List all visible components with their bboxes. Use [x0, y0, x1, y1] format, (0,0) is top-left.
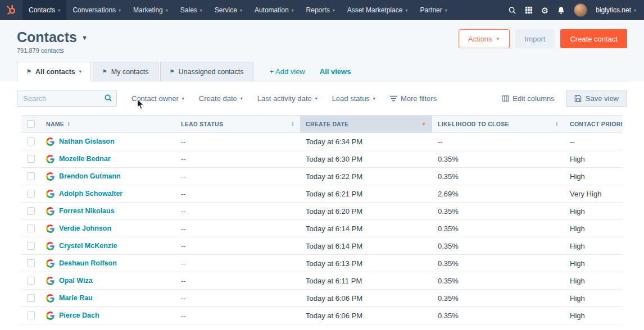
row-checkbox[interactable] [27, 224, 35, 232]
tab-unassigned-contacts[interactable]: ⚑ Unassigned contacts [160, 62, 253, 81]
select-all-checkbox[interactable] [27, 120, 35, 128]
priority-cell: High [564, 277, 623, 285]
priority-cell: High [564, 155, 623, 163]
nav-item-conversations[interactable]: Conversations ▾ [66, 0, 127, 20]
tab-label: All contacts [35, 68, 75, 76]
search-box [17, 90, 117, 107]
table-row[interactable]: Pierce Dach -- Today at 6:06 PM 0.35% Hi… [21, 307, 623, 324]
contact-name-link[interactable]: Pierce Dach [59, 311, 99, 319]
create-date-cell: Today at 6:30 PM [300, 155, 432, 163]
filter-lead-status[interactable]: Lead status ▾ [332, 94, 375, 103]
hubspot-sprocket-icon [6, 4, 17, 16]
nav-item-marketing[interactable]: Marketing ▾ [127, 0, 174, 20]
row-checkbox[interactable] [27, 294, 35, 302]
pin-icon: ⚑ [102, 68, 107, 75]
chevron-down-icon: ▾ [240, 8, 242, 13]
search-icon[interactable] [508, 6, 516, 15]
contact-name-cell: Crystel McKenzie [40, 242, 175, 250]
edit-columns-button[interactable]: Edit columns [502, 94, 554, 103]
row-checkbox[interactable] [27, 311, 35, 319]
table-row[interactable]: Brendon Gutmann -- Today at 6:22 PM 0.35… [21, 168, 623, 185]
hubspot-logo[interactable] [0, 0, 22, 20]
table-row[interactable]: Deshaun Rolfson -- Today at 6:13 PM 0.35… [21, 255, 623, 272]
contact-name-link[interactable]: Opal Wiza [59, 277, 93, 285]
contact-name-link[interactable]: Crystel McKenzie [59, 242, 117, 250]
table-row[interactable]: Marie Rau -- Today at 6:06 PM 0.35% High [21, 290, 623, 307]
row-checkbox[interactable] [27, 207, 35, 215]
chevron-down-icon: ▾ [241, 96, 243, 101]
contact-name-link[interactable]: Nathan Gislason [59, 138, 115, 145]
contact-name-link[interactable]: Marie Rau [59, 294, 93, 302]
contact-name-cell: Adolph Schowalter [40, 190, 175, 198]
nav-item-automation[interactable]: Automation ▾ [248, 0, 300, 20]
likelihood-cell: -- [432, 138, 564, 146]
filter-last-activity-date[interactable]: Last activity date ▾ [257, 94, 318, 103]
contact-name-link[interactable]: Verdie Johnson [59, 224, 111, 232]
table-row[interactable]: Crystel McKenzie -- Today at 6:14 PM 0.3… [21, 237, 623, 255]
column-header-name[interactable]: NAME ▲▼ [40, 116, 175, 132]
row-checkbox[interactable] [27, 155, 35, 163]
nav-item-reports[interactable]: Reports ▾ [300, 0, 341, 20]
priority-cell: High [564, 207, 623, 216]
column-header-likelihood-to-close[interactable]: LIKELIHOOD TO CLOSE ▲▼ [432, 116, 564, 132]
table-row[interactable]: Mozelle Bednar -- Today at 6:30 PM 0.35%… [21, 150, 623, 168]
table-row[interactable]: Opal Wiza -- Today at 6:11 PM 0.35% High [21, 272, 623, 290]
chevron-down-icon: ▾ [333, 8, 335, 13]
nav-item-label: Contacts [29, 6, 55, 14]
account-menu[interactable]: biglytics.net ▾ [596, 6, 636, 14]
contact-name-link[interactable]: Deshaun Rolfson [59, 259, 117, 267]
contact-name-link[interactable]: Forrest Nikolaus [59, 207, 115, 215]
page-title-dropdown[interactable]: Contacts ▼ [17, 29, 88, 45]
nav-item-sales[interactable]: Sales ▾ [174, 0, 208, 20]
contact-name-cell: Mozelle Bednar [40, 155, 175, 163]
lead-status-cell: -- [175, 155, 300, 163]
chevron-down-icon: ▾ [292, 8, 294, 13]
table-row[interactable]: Adolph Schowalter -- Today at 6:21 PM 2.… [21, 185, 623, 203]
lead-status-cell: -- [175, 311, 300, 320]
lead-status-cell: -- [175, 190, 300, 198]
table-row[interactable]: Forrest Nikolaus -- Today at 6:20 PM 0.3… [21, 203, 623, 220]
save-view-label: Save view [586, 94, 619, 103]
tab-my-contacts[interactable]: ⚑ My contacts [93, 62, 158, 81]
row-checkbox[interactable] [27, 259, 35, 267]
row-checkbox-cell [21, 138, 40, 145]
add-view-link[interactable]: + Add view [270, 67, 305, 81]
google-icon [46, 242, 55, 250]
row-checkbox[interactable] [27, 172, 35, 180]
gear-icon[interactable]: ⚙ [541, 6, 548, 15]
row-checkbox[interactable] [27, 242, 35, 250]
column-header-contact-priority[interactable]: CONTACT PRIORITY [564, 116, 623, 132]
nav-item-partner[interactable]: Partner ▾ [414, 0, 453, 20]
search-input[interactable] [17, 90, 117, 107]
import-button[interactable]: Import [515, 29, 555, 48]
save-view-button[interactable]: Save view [566, 90, 627, 107]
column-header-lead-status[interactable]: LEAD STATUS ▲▼ [175, 116, 300, 132]
column-header-create-date[interactable]: CREATE DATE ▼ [300, 116, 432, 132]
search-icon[interactable] [104, 94, 112, 104]
marketplace-grid-icon[interactable] [525, 6, 533, 14]
table-row[interactable]: Nathan Gislason -- Today at 6:34 PM -- -… [21, 133, 623, 150]
nav-item-contacts[interactable]: Contacts ▾ [22, 0, 66, 20]
contact-name-link[interactable]: Mozelle Bednar [59, 155, 111, 163]
bell-icon[interactable] [557, 6, 565, 15]
table-row[interactable]: Verdie Johnson -- Today at 6:14 PM 0.35%… [21, 220, 623, 237]
contact-name-link[interactable]: Adolph Schowalter [59, 190, 123, 198]
contact-name-link[interactable]: Brendon Gutmann [59, 172, 121, 180]
nav-item-service[interactable]: Service ▾ [208, 0, 248, 20]
avatar[interactable] [574, 3, 587, 17]
more-filters-button[interactable]: More filters [390, 94, 437, 103]
priority-cell: High [564, 294, 623, 302]
filter-create-date[interactable]: Create date ▾ [199, 94, 243, 103]
tab-all-contacts[interactable]: ⚑ All contacts ▾ [17, 62, 91, 81]
filter-contact-owner[interactable]: Contact owner ▾ [131, 94, 184, 103]
actions-button[interactable]: Actions ▼ [459, 29, 510, 48]
row-checkbox[interactable] [27, 190, 35, 198]
nav-item-asset-marketplace[interactable]: Asset Marketplace ▾ [341, 0, 414, 20]
contact-name-cell: Brendon Gutmann [40, 172, 175, 181]
create-date-cell: Today at 6:14 PM [300, 242, 432, 250]
row-checkbox[interactable] [27, 277, 35, 285]
create-contact-button[interactable]: Create contact [560, 29, 627, 48]
all-views-link[interactable]: All views [320, 67, 351, 81]
priority-cell: High [564, 242, 623, 250]
row-checkbox[interactable] [27, 138, 35, 145]
